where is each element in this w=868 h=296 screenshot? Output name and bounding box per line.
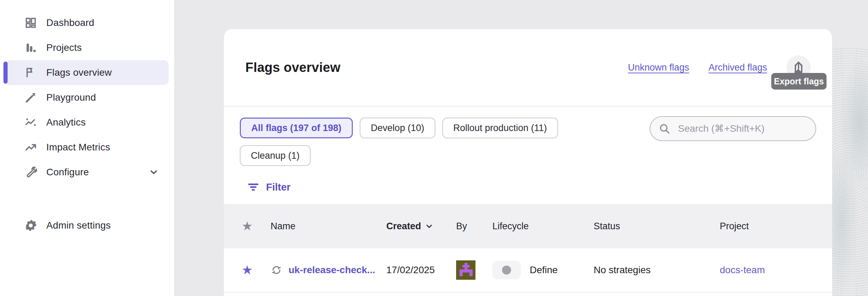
column-header-project[interactable]: Project — [720, 221, 832, 232]
table-header: ★ Name Created By Lifecycle Status Proje… — [224, 204, 832, 248]
project-cell: docs-team — [720, 265, 832, 276]
search-box — [650, 116, 816, 141]
sidebar-item-label: Analytics — [46, 117, 86, 128]
chip-develop[interactable]: Develop (10) — [360, 118, 435, 138]
sidebar-item-projects[interactable]: Projects — [6, 35, 169, 60]
archived-flags-link[interactable]: Archived flags — [708, 62, 767, 73]
sidebar-item-label: Projects — [46, 42, 82, 53]
favorite-toggle[interactable]: ★ — [224, 264, 271, 276]
star-icon: ★ — [242, 220, 253, 232]
background-texture — [830, 48, 868, 296]
unknown-flags-link[interactable]: Unknown flags — [628, 62, 689, 73]
sidebar-item-label: Configure — [46, 167, 89, 178]
column-header-status[interactable]: Status — [594, 221, 720, 232]
chevron-down-icon — [149, 167, 159, 177]
sidebar-item-admin-settings[interactable]: Admin settings — [6, 213, 169, 238]
flag-name-cell: uk-release-check... — [271, 264, 386, 276]
dashboard-icon — [24, 16, 37, 29]
column-header-by[interactable]: By — [456, 221, 492, 232]
sidebar-item-label: Impact Metrics — [46, 142, 110, 153]
column-header-created[interactable]: Created — [386, 221, 456, 232]
wand-icon — [24, 91, 37, 104]
card-header: Flags overview Unknown flags Archived fl… — [224, 29, 832, 107]
sidebar: Dashboard Projects Flags overview Playgr… — [0, 0, 174, 296]
lifecycle-label: Define — [530, 265, 558, 276]
sidebar-item-impact-metrics[interactable]: Impact Metrics — [6, 135, 169, 160]
sidebar-item-configure[interactable]: Configure — [6, 160, 169, 185]
sync-icon — [271, 264, 282, 276]
filter-button[interactable]: Filter — [224, 166, 300, 204]
sidebar-item-playground[interactable]: Playground — [6, 85, 169, 110]
column-header-name[interactable]: Name — [271, 221, 386, 232]
sidebar-item-analytics[interactable]: Analytics — [6, 110, 169, 135]
main-area: Flags overview Unknown flags Archived fl… — [174, 0, 868, 296]
flag-icon — [24, 66, 37, 79]
analytics-icon — [24, 116, 37, 129]
sidebar-item-flags-overview[interactable]: Flags overview — [6, 60, 169, 85]
export-flags-tooltip: Export flags — [771, 73, 827, 90]
favorite-column-header[interactable]: ★ — [224, 220, 271, 232]
wrench-icon — [24, 166, 37, 179]
column-header-lifecycle[interactable]: Lifecycle — [492, 221, 594, 232]
search-icon — [659, 123, 670, 135]
star-filled-icon: ★ — [242, 264, 253, 276]
search-input[interactable] — [650, 116, 816, 141]
created-date: 17/02/2025 — [386, 265, 456, 276]
filter-chips: All flags (197 of 198) Develop (10) Roll… — [240, 118, 620, 166]
column-header-created-label: Created — [386, 221, 421, 232]
app-root: Dashboard Projects Flags overview Playgr… — [0, 0, 868, 296]
sidebar-item-dashboard[interactable]: Dashboard — [6, 10, 169, 35]
toolbar: All flags (197 of 198) Develop (10) Roll… — [224, 107, 832, 166]
flag-name-link[interactable]: uk-release-check... — [289, 265, 375, 276]
sidebar-item-label: Playground — [46, 92, 96, 103]
filter-lines-icon — [247, 181, 260, 194]
chip-cleanup[interactable]: Cleanup (1) — [240, 145, 311, 166]
table-row: login-experiment... Experimental login..… — [224, 293, 832, 296]
lifecycle-cell[interactable]: Define — [492, 261, 594, 279]
sidebar-nav: Dashboard Projects Flags overview Playgr… — [0, 0, 174, 185]
filter-button-label: Filter — [266, 182, 291, 193]
sidebar-footer: Admin settings — [0, 213, 174, 238]
gear-icon — [24, 219, 37, 232]
chip-rollout-production[interactable]: Rollout production (11) — [442, 118, 558, 138]
sidebar-item-label: Admin settings — [46, 220, 111, 231]
chip-all-flags[interactable]: All flags (197 of 198) — [240, 118, 353, 138]
lifecycle-dot-icon — [502, 266, 511, 275]
sort-chevron-down-icon — [425, 222, 434, 231]
sidebar-item-label: Dashboard — [46, 17, 94, 28]
status-cell: No strategies — [594, 265, 720, 276]
avatar[interactable] — [456, 260, 492, 280]
page-title: Flags overview — [245, 60, 340, 75]
lifecycle-define-badge — [492, 261, 521, 279]
sidebar-item-label: Flags overview — [46, 67, 112, 78]
projects-icon — [24, 41, 37, 54]
table-row: ★ uk-release-check... 17/02/2025 Define — [224, 248, 832, 293]
project-link[interactable]: docs-team — [720, 265, 765, 275]
trending-up-icon — [24, 141, 37, 154]
created-by-cell — [456, 260, 492, 280]
flags-overview-card: Flags overview Unknown flags Archived fl… — [224, 29, 832, 296]
